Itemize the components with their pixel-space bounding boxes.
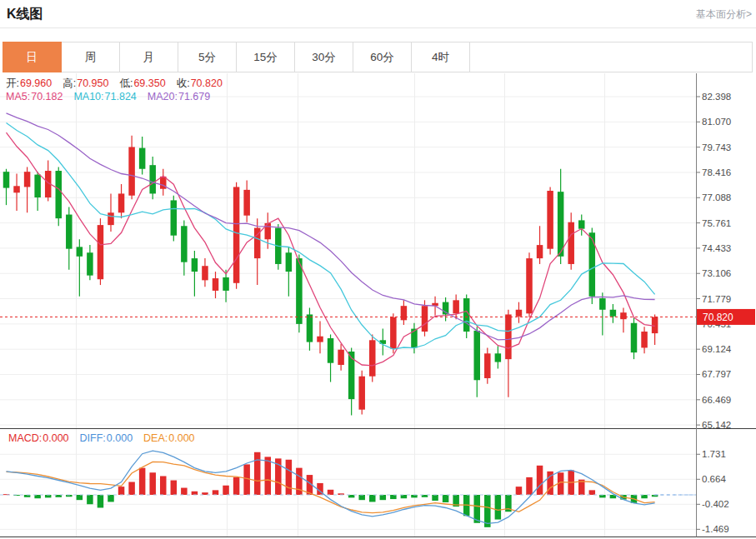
macd-bar — [432, 495, 438, 501]
macd-bar — [401, 495, 408, 498]
ohlc-row-item: 高:70.950 — [63, 77, 108, 91]
readout-label: 低: — [119, 77, 133, 89]
price-tick-label: 82.398 — [702, 92, 731, 102]
candle-body — [56, 171, 63, 218]
interval-tab-bar: 日周月5分15分30分60分4时 — [3, 42, 753, 72]
readout-label: DEA: — [143, 432, 168, 444]
candle-body — [358, 377, 365, 410]
tab-month[interactable]: 月 — [120, 42, 178, 72]
macd-bar — [87, 495, 93, 504]
macd-bar — [411, 495, 418, 497]
tab-15min[interactable]: 15分 — [237, 42, 295, 72]
candle-body — [610, 310, 617, 317]
diff-line — [7, 451, 655, 523]
macd-bar — [160, 476, 167, 495]
candle-body — [505, 314, 512, 359]
tab-4hour[interactable]: 4时 — [412, 42, 470, 72]
macd-bar — [348, 495, 355, 497]
candle-body — [243, 190, 250, 216]
macd-row-item: DIFF:0.000 — [80, 432, 133, 444]
candle-body — [537, 245, 543, 258]
macd-bar — [286, 460, 293, 495]
candle-body — [66, 215, 73, 249]
candle-body — [77, 247, 83, 256]
macd-bar — [265, 457, 272, 495]
macd-bar — [98, 495, 104, 507]
candle-body — [578, 220, 585, 228]
macd-row-item: DEA:0.000 — [143, 432, 194, 444]
tab-week[interactable]: 周 — [62, 42, 120, 72]
candles-layer — [3, 136, 658, 416]
fundamental-analysis-link[interactable]: 基本面分析> — [696, 7, 752, 22]
readout-value: 70.950 — [77, 77, 108, 89]
candle-body — [631, 323, 638, 352]
candle-body — [652, 317, 658, 333]
macd-bar — [77, 495, 83, 500]
ma-row-item: MA20:71.679 — [148, 91, 210, 102]
grid-layer — [0, 73, 696, 537]
macd-bar — [118, 487, 125, 495]
macd-bar — [516, 487, 523, 495]
candle-body — [87, 252, 93, 275]
tab-30min[interactable]: 30分 — [295, 42, 353, 72]
price-tick-label: 81.070 — [702, 117, 731, 127]
readout-label: MACD: — [8, 432, 42, 444]
candle-body — [453, 300, 459, 313]
readout-label: 开: — [6, 77, 19, 89]
readout-value: 70.182 — [31, 91, 63, 102]
readout-value: 69.960 — [20, 77, 52, 89]
candle-body — [24, 172, 30, 187]
page-header: K线图 基本面分析> — [0, 0, 756, 28]
macd-row-item: MACD:0.000 — [8, 432, 69, 444]
macd-bar — [369, 495, 376, 502]
readout-label: MA20: — [148, 91, 178, 102]
readout-value: 69.350 — [133, 77, 165, 89]
macd-bar — [537, 466, 543, 495]
candle-body — [568, 222, 574, 264]
candle-body — [495, 353, 502, 362]
ma-readout: MA5:70.182MA10:71.824MA20:71.679 — [6, 91, 210, 102]
candle-body — [390, 317, 397, 349]
candle-body — [128, 147, 135, 195]
readout-value: 71.824 — [105, 91, 137, 102]
candle-body — [34, 175, 41, 197]
macd-bar — [328, 490, 334, 495]
macd-readout: MACD:0.000DIFF:0.000DEA:0.000 — [8, 432, 195, 444]
price-tick-label: 67.797 — [702, 369, 731, 379]
macd-bar — [181, 488, 188, 495]
candle-body — [348, 352, 355, 399]
price-tick-label: 74.433 — [702, 243, 731, 253]
candle-body — [641, 332, 648, 347]
candle-body — [620, 312, 627, 319]
macd-bar — [526, 477, 533, 495]
kline-page: K线图 基本面分析> 日周月5分15分30分60分4时 开:69.960高:70… — [0, 0, 756, 539]
ohlc-row-item: 开:69.960 — [6, 77, 52, 91]
tab-60min[interactable]: 60分 — [353, 42, 412, 72]
candle-body — [181, 226, 188, 262]
candle-body — [474, 331, 481, 380]
candle-body — [369, 340, 376, 376]
ohlc-row-item: 收:70.820 — [177, 77, 223, 91]
ohlc-row-item: 低:69.350 — [119, 77, 165, 91]
tab-5min[interactable]: 5分 — [178, 42, 237, 72]
macd-bar — [149, 472, 156, 495]
candle-body — [149, 165, 156, 193]
tab-day[interactable]: 日 — [3, 42, 62, 72]
macd-bar — [641, 495, 648, 498]
readout-value: 0.000 — [43, 432, 68, 444]
macd-bar — [589, 490, 596, 495]
macd-bar — [358, 495, 365, 500]
candle-body — [589, 232, 596, 297]
price-tick-label: 75.761 — [702, 218, 731, 228]
candle-body — [558, 192, 564, 257]
candle-body — [516, 310, 523, 317]
readout-label: MA10: — [73, 91, 103, 102]
price-tick-label: 79.743 — [702, 142, 731, 152]
price-tick-label: 78.416 — [702, 167, 731, 177]
macd-bar — [254, 452, 261, 495]
candle-body — [108, 212, 114, 225]
candle-body — [526, 258, 533, 313]
readout-value: 0.000 — [107, 432, 133, 444]
kline-chart-canvas[interactable]: 82.39881.07079.74378.41677.08875.76174.4… — [0, 73, 756, 539]
candle-body — [547, 191, 553, 249]
